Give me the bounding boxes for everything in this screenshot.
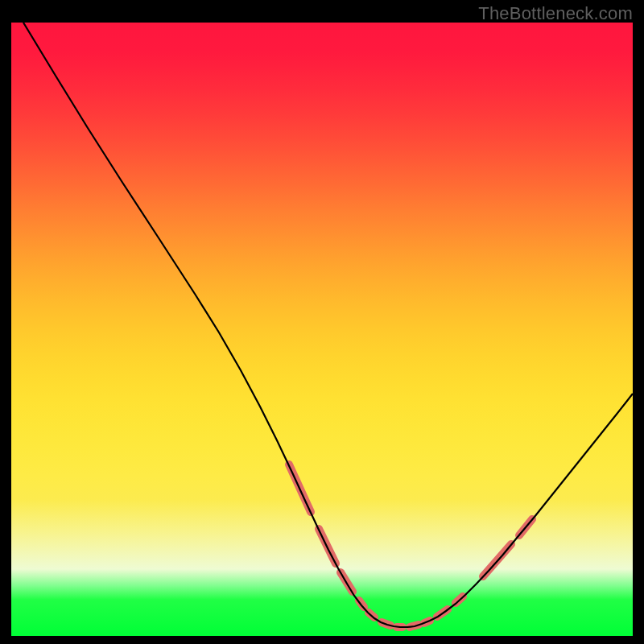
plot-area xyxy=(11,23,633,636)
chart-container: TheBottleneck.com xyxy=(0,0,644,644)
highlight-layer xyxy=(289,464,532,627)
watermark-text: TheBottleneck.com xyxy=(478,3,633,24)
bottleneck-curve xyxy=(23,23,633,627)
curve-svg xyxy=(11,23,633,636)
